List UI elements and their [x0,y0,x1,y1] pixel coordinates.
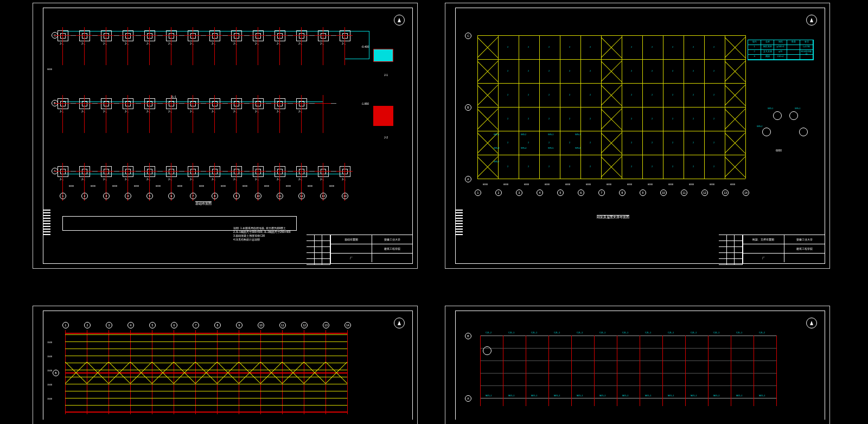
footing [79,30,90,41]
cross-brace [601,83,622,107]
support-line [704,35,705,179]
dept: 建筑工程学院 [784,244,825,253]
dim-text: 6000 [607,183,611,186]
drawing-title: 刚架、支撑布置图 [743,235,784,244]
axis-bubble: 11 [277,193,283,199]
cell-mark: 2 [528,46,529,48]
drawing-caption: 基础布置图 [195,201,212,206]
axis-line [480,398,776,398]
axis-bubble: 14 [743,189,749,196]
dim-text: 1500 [47,397,52,400]
dim-text: 9000 [47,68,52,71]
cross-brace [601,155,622,179]
sheet-3[interactable]: 1234567891011121314B15001500150015001500 [33,306,418,424]
cell-mark: 2 [548,46,550,48]
sheet-1[interactable]: C B A J-1J-1J-1J-1J-1J-1J-1J-1J-1J-1J-1J… [33,3,418,269]
dim-text: 6000 [264,185,269,187]
cross-brace [601,59,622,83]
cell-mark: 2 [652,46,653,48]
column-line [776,336,777,406]
axis-mark [214,95,215,133]
project: 厂 [331,254,372,262]
cell-mark: 2 [693,93,694,96]
member-label: MZL-1 [622,394,629,397]
purlin-line [65,341,347,342]
sheet-border: C B A J-1J-1J-1J-1J-1J-1J-1J-1J-1J-1J-1J… [43,8,413,264]
cell-mark: 2 [569,141,570,144]
cell-mark: 2 [693,69,694,72]
cell-mark: 2 [672,165,673,168]
member-label: CZL-1 [736,331,742,334]
column-line [731,336,731,406]
cross-brace [725,131,745,155]
cell-mark: 2 [672,93,673,96]
project: 厂 [743,254,784,262]
dim-text: 6000 [199,185,204,187]
axis-mark [301,27,302,65]
sheet-2[interactable]: 1600026000360004600056000660007600086000… [445,3,830,269]
beam-line [65,412,347,413]
cell-mark: 2 [548,117,550,120]
support-line [560,35,560,179]
footing [209,30,220,41]
cell-mark: 2 [713,69,714,72]
member-label: CZL-1 [691,331,697,334]
column-line [548,336,549,406]
axis-bubble: 4 [127,322,134,328]
dim-text: 1500 [47,369,52,372]
cell-mark: 2 [507,46,508,48]
dim-text: 6000 [483,183,488,186]
member-label: CZL-1 [531,331,537,334]
footing [79,98,90,109]
cad-viewport[interactable]: C B A J-1J-1J-1J-1J-1J-1J-1J-1J-1J-1J-1J… [0,0,868,424]
support-line [622,35,622,179]
dim-text: 6000 [503,183,508,186]
axis-mark [236,95,237,133]
column-line [503,336,503,406]
node-circle [773,111,782,120]
axis-bubble: 2 [495,189,502,196]
member-label: MZL-1 [691,394,697,397]
drawing-caption: 刚架及屋面支撑布置图 [597,215,629,220]
axis-bubble: 9 [233,193,240,199]
university: 安徽工业大学 [784,235,825,244]
cell-mark: 2 [652,93,653,96]
cell-mark: 2 [569,69,570,72]
axis-line [480,336,776,336]
axis-mark [279,95,280,133]
binding-margin [455,210,463,248]
cross-brace [477,107,498,131]
member-label: MZL-1 [599,394,606,397]
footing [253,98,264,109]
dim-text: 6000 [545,183,550,186]
cell-mark: 2 [693,46,694,48]
axis-bubble: 13 [323,322,329,328]
dim-text: 6000 [689,183,694,186]
footing [231,166,242,177]
support-line [684,35,684,179]
support-line [663,35,663,179]
cross-brace [477,59,498,83]
axis-bubble: C [465,33,471,39]
cell-mark: 2 [569,165,570,168]
girt-line [480,385,776,386]
footing [123,98,133,109]
footing [166,98,177,109]
footing [231,30,242,41]
axis-mark [149,27,150,65]
cross-brace [477,83,498,107]
cross-brace [725,35,745,59]
member-label: CZL-1 [668,331,674,334]
axis-bubble: 14 [344,322,351,328]
axis-mark [62,95,63,133]
footing [318,30,329,41]
axis-mark [214,27,215,65]
footing [188,166,199,177]
axis-bubble: 12 [298,193,305,199]
axis-bubble: 1 [475,189,481,196]
axis-bubble: 1 [60,193,66,199]
sheet-4[interactable]: BACZL-2MZL-1CZL-1MZL-1CZL-1MZL-1CZL-1MZL… [445,306,830,424]
cross-brace [725,107,745,131]
axis-mark [193,95,193,133]
support-line [477,131,745,131]
